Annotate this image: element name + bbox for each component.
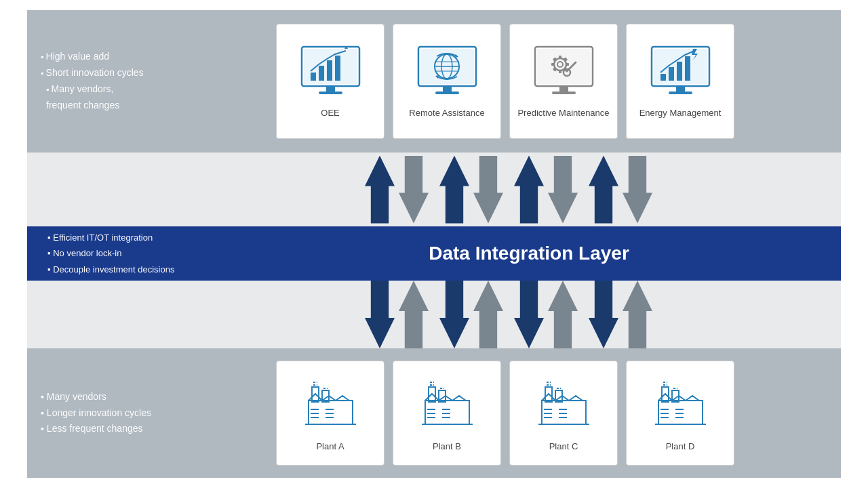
arrows-top bbox=[27, 152, 841, 226]
arrows-top-group bbox=[176, 152, 841, 226]
arrow-up-gray-3 bbox=[548, 281, 578, 348]
svg-rect-5 bbox=[319, 66, 324, 81]
middle-title: Data Integration Layer bbox=[237, 243, 821, 264]
plant-cards: Plant A bbox=[183, 361, 827, 466]
svg-rect-84 bbox=[658, 401, 703, 424]
plant-card-d: Plant D bbox=[626, 361, 734, 466]
svg-rect-26 bbox=[559, 56, 561, 59]
energy-icon bbox=[646, 43, 714, 101]
top-left-bullets: High value add Short innovation cycles M… bbox=[41, 49, 176, 113]
oee-label: OEE bbox=[321, 108, 339, 119]
app-card-remote: Remote Assistance bbox=[393, 24, 501, 139]
svg-rect-4 bbox=[311, 73, 316, 81]
plant-d-icon bbox=[646, 375, 714, 436]
arrow-up-blue-3 bbox=[514, 156, 544, 224]
plant-b-label: Plant B bbox=[433, 441, 461, 451]
arrow-pair-2 bbox=[439, 152, 503, 226]
svg-rect-42 bbox=[677, 62, 682, 81]
app-card-predictive: Predictive Maintenance bbox=[509, 24, 618, 139]
arrow-pair-bottom-4 bbox=[589, 281, 652, 348]
arrow-down-gray-1 bbox=[399, 156, 429, 224]
svg-rect-58 bbox=[425, 401, 469, 424]
arrow-up-gray-4 bbox=[623, 281, 652, 348]
svg-rect-39 bbox=[669, 92, 692, 94]
svg-rect-28 bbox=[551, 63, 555, 66]
middle-band: Efficient IT/OT integration No vendor lo… bbox=[27, 226, 841, 281]
svg-rect-29 bbox=[566, 63, 569, 66]
arrow-down-gray-4 bbox=[623, 156, 652, 224]
arrow-up-gray-2 bbox=[473, 281, 503, 348]
svg-rect-41 bbox=[669, 67, 674, 81]
svg-rect-21 bbox=[537, 49, 591, 84]
app-cards: OEE bbox=[183, 24, 827, 139]
remote-icon bbox=[413, 43, 481, 101]
app-card-oee: OEE bbox=[276, 24, 384, 139]
oee-icon bbox=[296, 43, 364, 101]
predictive-label: Predictive Maintenance bbox=[517, 108, 609, 119]
plant-card-b: Plant B bbox=[393, 361, 501, 466]
arrow-pair-1 bbox=[365, 152, 429, 226]
arrow-pair-bottom-2 bbox=[439, 281, 503, 348]
remote-label: Remote Assistance bbox=[409, 108, 484, 119]
arrows-bottom-group bbox=[176, 281, 841, 348]
svg-rect-27 bbox=[559, 70, 561, 73]
plant-card-c: Plant C bbox=[509, 361, 618, 466]
svg-rect-6 bbox=[327, 60, 332, 81]
svg-rect-38 bbox=[676, 86, 685, 92]
bottom-bullets: Many vendors Longer innovation cycles Le… bbox=[41, 389, 176, 437]
diagram: High value add Short innovation cycles M… bbox=[27, 10, 841, 478]
svg-rect-3 bbox=[319, 92, 342, 94]
arrows-bottom bbox=[27, 281, 841, 348]
plant-card-a: Plant A bbox=[276, 361, 384, 466]
plant-c-icon bbox=[530, 375, 597, 436]
plant-b-icon bbox=[413, 375, 481, 436]
svg-rect-22 bbox=[559, 86, 568, 92]
arrow-up-blue-4 bbox=[589, 156, 618, 224]
arrow-down-gray-2 bbox=[473, 156, 503, 224]
bottom-section: Many vendors Longer innovation cycles Le… bbox=[27, 348, 841, 478]
arrow-pair-4 bbox=[589, 152, 652, 226]
plant-a-label: Plant A bbox=[316, 441, 344, 451]
svg-rect-23 bbox=[552, 92, 576, 94]
svg-rect-43 bbox=[685, 56, 690, 81]
predictive-icon bbox=[530, 43, 597, 101]
svg-rect-71 bbox=[542, 401, 586, 424]
arrow-pair-bottom-3 bbox=[514, 281, 578, 348]
arrow-up-gray-1 bbox=[399, 281, 429, 348]
app-card-energy: Energy Management bbox=[626, 24, 734, 139]
plant-d-label: Plant D bbox=[666, 441, 695, 451]
arrow-up-blue-2 bbox=[439, 156, 469, 224]
arrow-down-blue-1 bbox=[365, 281, 395, 348]
top-section: High value add Short innovation cycles M… bbox=[27, 10, 841, 152]
svg-rect-45 bbox=[309, 401, 353, 424]
svg-rect-12 bbox=[435, 92, 459, 94]
arrow-down-blue-4 bbox=[589, 281, 618, 348]
middle-bullets: Efficient IT/OT integration No vendor lo… bbox=[47, 230, 237, 277]
arrow-pair-bottom-1 bbox=[365, 281, 429, 348]
arrow-up-blue-1 bbox=[365, 156, 395, 224]
arrow-pair-3 bbox=[514, 152, 578, 226]
arrow-down-gray-3 bbox=[548, 156, 578, 224]
svg-rect-2 bbox=[326, 86, 335, 92]
arrow-down-blue-3 bbox=[514, 281, 544, 348]
svg-rect-11 bbox=[443, 86, 452, 92]
energy-label: Energy Management bbox=[639, 108, 722, 119]
plant-c-label: Plant C bbox=[549, 441, 578, 451]
svg-rect-7 bbox=[335, 56, 340, 81]
arrow-down-blue-2 bbox=[439, 281, 469, 348]
plant-a-icon bbox=[296, 375, 364, 436]
svg-rect-40 bbox=[660, 74, 666, 81]
